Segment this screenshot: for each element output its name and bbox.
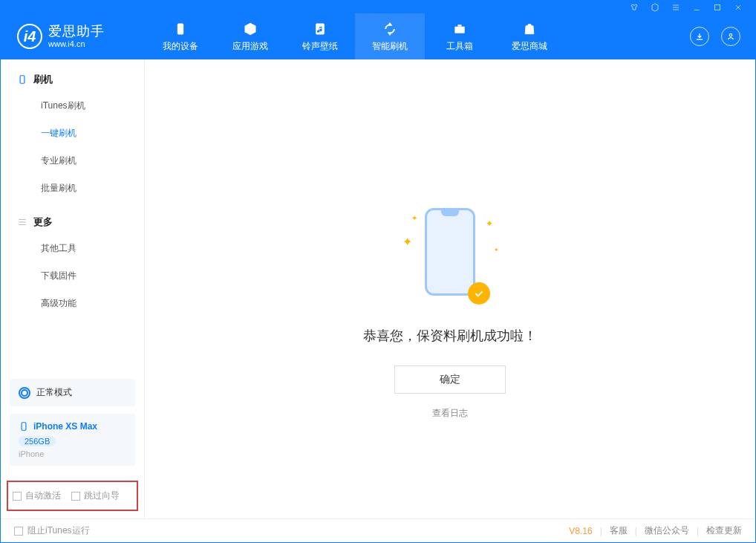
checkbox-label: 跳过向导 — [84, 490, 120, 502]
minimize-icon[interactable] — [691, 2, 702, 13]
svg-rect-6 — [20, 76, 25, 84]
mode-card[interactable]: 正常模式 — [10, 379, 135, 406]
logo: i4 爱思助手 www.i4.cn — [1, 13, 146, 59]
cube-icon — [242, 21, 258, 37]
statusbar: 阻止iTunes运行 V8.16 | 客服 | 微信公众号 | 检查更新 — [1, 518, 755, 542]
sparkle-icon: ✦ — [486, 218, 493, 229]
sidebar-item-oneclick-flash[interactable]: 一键刷机 — [1, 120, 144, 147]
tab-my-device[interactable]: 我的设备 — [146, 13, 215, 59]
block-itunes-checkbox[interactable]: 阻止iTunes运行 — [14, 524, 90, 537]
device-capacity: 256GB — [19, 436, 56, 446]
view-log-link[interactable]: 查看日志 — [432, 407, 468, 420]
tab-store[interactable]: 爱思商城 — [495, 13, 564, 59]
mode-icon — [19, 387, 30, 399]
wechat-link[interactable]: 微信公众号 — [645, 524, 689, 537]
phone-icon — [19, 421, 29, 432]
sparkle-icon: ✦ — [411, 214, 417, 222]
user-button[interactable] — [721, 27, 740, 46]
svg-rect-1 — [177, 23, 183, 34]
list-icon — [17, 217, 27, 227]
sidebar-item-advanced[interactable]: 高级功能 — [1, 290, 144, 317]
svg-rect-4 — [458, 25, 462, 27]
sparkle-icon: ✦ — [494, 247, 499, 253]
version-label: V8.16 — [569, 526, 592, 536]
auto-activate-checkbox[interactable]: 自动激活 — [13, 490, 61, 502]
tab-toolbox[interactable]: 工具箱 — [425, 13, 495, 59]
sidebar-group-title: 更多 — [33, 215, 53, 229]
checkbox-label: 阻止iTunes运行 — [27, 524, 90, 537]
header: i4 爱思助手 www.i4.cn 我的设备 应用游戏 铃声壁纸 智能刷机 — [1, 13, 755, 59]
check-update-link[interactable]: 检查更新 — [706, 524, 742, 537]
sidebar-group-flash: 刷机 — [1, 73, 144, 92]
tab-ringtones[interactable]: 铃声壁纸 — [285, 13, 355, 59]
svg-point-5 — [729, 34, 732, 37]
logo-icon: i4 — [17, 24, 42, 49]
close-icon[interactable] — [733, 2, 743, 13]
maximize-icon[interactable] — [712, 2, 723, 13]
checkbox-icon — [71, 492, 80, 501]
checkbox-icon — [14, 527, 23, 536]
options-highlight-box: 自动激活 跳过向导 — [7, 481, 138, 511]
checkbox-icon — [13, 492, 22, 501]
menu-icon[interactable] — [671, 2, 681, 13]
device-type: iPhone — [19, 449, 126, 458]
svg-rect-3 — [454, 26, 464, 33]
toolbox-icon — [452, 21, 468, 37]
titlebar — [1, 1, 755, 13]
sidebar-item-other-tools[interactable]: 其他工具 — [1, 235, 144, 262]
download-button[interactable] — [690, 27, 709, 46]
device-card[interactable]: iPhone XS Max 256GB iPhone — [10, 414, 135, 466]
bag-icon — [521, 21, 538, 37]
tab-label: 工具箱 — [446, 40, 473, 53]
sidebar-item-pro-flash[interactable]: 专业刷机 — [1, 147, 144, 175]
main-panel: ✦ ✦ ✦ ✦ 恭喜您，保资料刷机成功啦！ 确定 查看日志 — [145, 59, 755, 518]
device-name: iPhone XS Max — [33, 421, 97, 432]
tab-label: 铃声壁纸 — [302, 40, 338, 53]
checkbox-label: 自动激活 — [25, 490, 61, 502]
mode-label: 正常模式 — [36, 386, 72, 399]
svg-rect-0 — [715, 4, 720, 10]
music-icon — [312, 21, 328, 37]
cube-icon[interactable] — [650, 2, 660, 13]
tab-flash[interactable]: 智能刷机 — [355, 13, 425, 59]
check-badge-icon — [468, 282, 490, 305]
success-illustration: ✦ ✦ ✦ ✦ — [405, 208, 495, 312]
success-message: 恭喜您，保资料刷机成功啦！ — [363, 327, 537, 345]
sidebar: 刷机 iTunes刷机 一键刷机 专业刷机 批量刷机 更多 其他工具 下载固件 … — [1, 59, 145, 518]
tshirt-icon[interactable] — [629, 2, 639, 13]
svg-rect-2 — [316, 23, 325, 34]
tab-label: 我的设备 — [163, 40, 198, 53]
brand-title: 爱思助手 — [48, 25, 105, 39]
phone-icon — [425, 208, 475, 296]
skip-guide-checkbox[interactable]: 跳过向导 — [71, 490, 120, 502]
sidebar-group-more: 更多 — [1, 215, 144, 235]
brand-subtitle: www.i4.cn — [48, 39, 105, 48]
support-link[interactable]: 客服 — [610, 524, 628, 537]
tab-apps[interactable]: 应用游戏 — [215, 13, 285, 59]
sidebar-group-title: 刷机 — [33, 73, 53, 86]
phone-icon — [172, 21, 189, 37]
sidebar-item-download-firmware[interactable]: 下载固件 — [1, 262, 144, 290]
sparkle-icon: ✦ — [403, 235, 412, 249]
sidebar-item-batch-flash[interactable]: 批量刷机 — [1, 175, 144, 202]
ok-button[interactable]: 确定 — [394, 365, 506, 394]
tab-label: 爱思商城 — [512, 40, 547, 53]
device-icon — [17, 74, 27, 85]
refresh-icon — [382, 21, 398, 37]
tab-label: 智能刷机 — [372, 40, 408, 53]
tab-label: 应用游戏 — [232, 40, 268, 53]
svg-rect-7 — [22, 423, 26, 431]
sidebar-item-itunes-flash[interactable]: iTunes刷机 — [1, 92, 144, 120]
